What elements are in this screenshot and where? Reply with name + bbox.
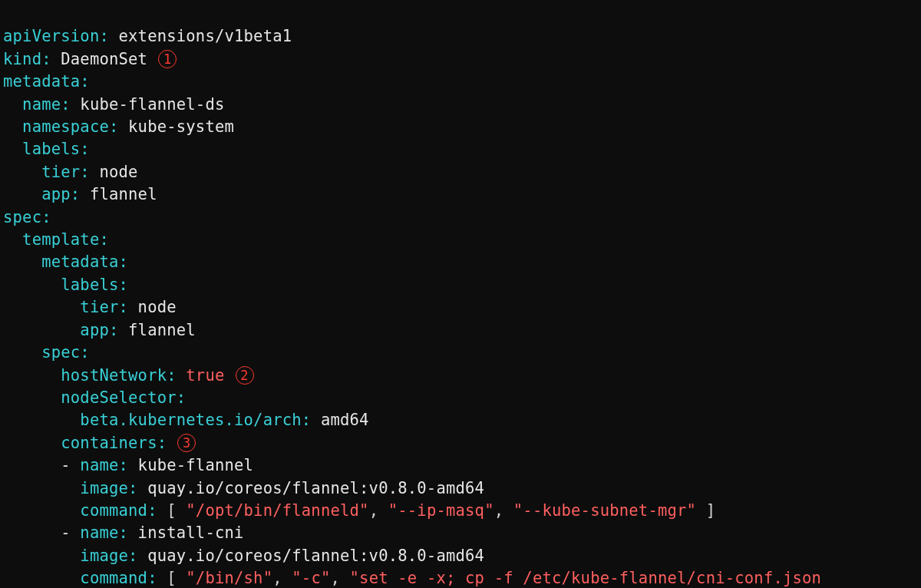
yaml-key: hostNetwork: xyxy=(61,366,177,385)
line-17: nodeSelector: xyxy=(3,388,186,407)
yaml-key: image: xyxy=(80,479,137,497)
yaml-key: tier: xyxy=(80,298,128,316)
yaml-value: amd64 xyxy=(311,411,368,429)
yaml-string: "/bin/sh" xyxy=(186,569,272,587)
annotation-marker-1: 1 xyxy=(158,50,177,68)
comma: , xyxy=(369,501,388,520)
line-23: - name: install-cni xyxy=(3,524,244,542)
bracket-open: [ xyxy=(157,569,187,587)
comma: , xyxy=(330,569,349,587)
yaml-value: extensions/v1beta1 xyxy=(109,27,292,45)
line-16: hostNetwork: true2 xyxy=(3,366,254,385)
line-20: - name: kube-flannel xyxy=(3,456,253,474)
yaml-key: name: xyxy=(80,524,128,542)
yaml-key: spec: xyxy=(3,208,51,226)
annotation-marker-3: 3 xyxy=(177,434,196,452)
comma: , xyxy=(272,569,292,587)
yaml-value-bool: true xyxy=(177,366,225,385)
line-9: spec: xyxy=(3,208,51,226)
yaml-key: image: xyxy=(80,547,137,565)
line-10: template: xyxy=(3,230,109,249)
yaml-value: kube-system xyxy=(119,117,235,136)
yaml-key: labels: xyxy=(22,140,90,158)
line-25: command: [ "/bin/sh", "-c", "set -e -x; … xyxy=(3,569,821,587)
line-14: app: flannel xyxy=(3,321,196,339)
yaml-value: flannel xyxy=(119,321,196,339)
yaml-string: "set -e -x; cp -f /etc/kube-flannel/cni-… xyxy=(350,569,822,587)
yaml-value: flannel xyxy=(80,185,157,203)
yaml-dash: - xyxy=(61,456,80,474)
yaml-value: node xyxy=(128,298,177,316)
yaml-value: kube-flannel-ds xyxy=(71,95,225,114)
line-8: app: flannel xyxy=(3,185,157,203)
yaml-key: containers: xyxy=(61,434,167,452)
yaml-value: quay.io/coreos/flannel:v0.8.0-amd64 xyxy=(138,547,485,565)
yaml-key: app: xyxy=(41,185,80,203)
yaml-key: template: xyxy=(22,230,109,249)
line-7: tier: node xyxy=(3,163,138,181)
yaml-key: kind: xyxy=(3,50,51,68)
yaml-key: namespace: xyxy=(22,117,118,136)
yaml-string: "--kube-subnet-mgr" xyxy=(513,501,696,520)
yaml-value: node xyxy=(90,163,138,181)
yaml-key: metadata: xyxy=(3,72,90,91)
line-5: namespace: kube-system xyxy=(3,117,234,136)
line-15: spec: xyxy=(3,343,90,362)
yaml-key: tier: xyxy=(41,163,90,181)
bracket-close: ] xyxy=(696,501,715,520)
line-1: apiVersion: extensions/v1beta1 xyxy=(3,27,292,45)
yaml-key: command: xyxy=(80,501,157,520)
yaml-key: metadata: xyxy=(41,253,128,271)
bracket-open: [ xyxy=(157,501,187,520)
annotation-marker-2: 2 xyxy=(236,366,254,385)
yaml-key: nodeSelector: xyxy=(61,388,186,407)
yaml-code-block: apiVersion: extensions/v1beta1 kind: Dae… xyxy=(0,0,921,588)
line-24: image: quay.io/coreos/flannel:v0.8.0-amd… xyxy=(3,547,484,565)
yaml-value: DaemonSet xyxy=(51,50,147,68)
yaml-key: app: xyxy=(80,321,118,339)
yaml-key: beta.kubernetes.io/arch: xyxy=(80,411,311,429)
yaml-value: quay.io/coreos/flannel:v0.8.0-amd64 xyxy=(138,479,485,497)
yaml-key: labels: xyxy=(61,276,128,294)
yaml-value: install-cni xyxy=(128,524,244,542)
yaml-dash: - xyxy=(61,524,80,542)
line-12: labels: xyxy=(3,276,128,294)
yaml-key: name: xyxy=(80,456,128,474)
line-2: kind: DaemonSet1 xyxy=(3,50,177,68)
line-6: labels: xyxy=(3,140,90,158)
yaml-key: name: xyxy=(22,95,71,114)
line-18: beta.kubernetes.io/arch: amd64 xyxy=(3,411,369,429)
yaml-string: "/opt/bin/flanneld" xyxy=(186,501,368,520)
line-11: metadata: xyxy=(3,253,128,271)
yaml-key: apiVersion: xyxy=(3,27,109,45)
line-13: tier: node xyxy=(3,298,177,316)
line-19: containers:3 xyxy=(3,434,196,452)
yaml-value: kube-flannel xyxy=(128,456,253,474)
line-3: metadata: xyxy=(3,72,90,91)
yaml-string: "--ip-masq" xyxy=(388,501,494,520)
line-22: command: [ "/opt/bin/flanneld", "--ip-ma… xyxy=(3,501,715,520)
yaml-key: spec: xyxy=(41,343,90,362)
line-21: image: quay.io/coreos/flannel:v0.8.0-amd… xyxy=(3,479,484,497)
yaml-string: "-c" xyxy=(292,569,330,587)
comma: , xyxy=(494,501,513,520)
line-4: name: kube-flannel-ds xyxy=(3,95,225,114)
yaml-key: command: xyxy=(80,569,157,587)
